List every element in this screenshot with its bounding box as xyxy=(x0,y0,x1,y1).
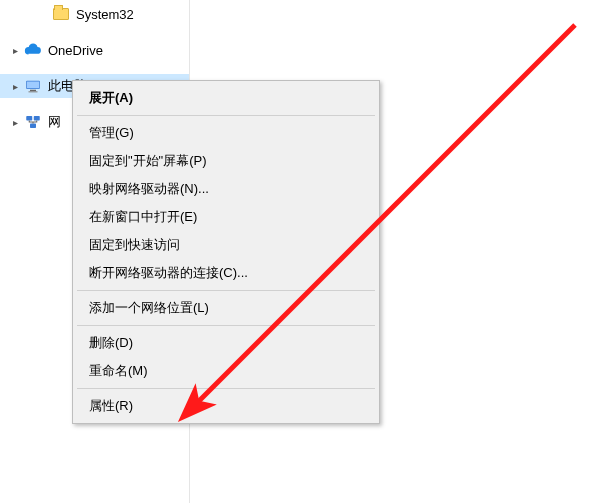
chevron-right-icon[interactable]: ▸ xyxy=(8,79,22,93)
menu-item-map-network-drive[interactable]: 映射网络驱动器(N)... xyxy=(75,175,377,203)
svg-rect-2 xyxy=(30,90,36,92)
menu-item-pin-to-start[interactable]: 固定到"开始"屏幕(P) xyxy=(75,147,377,175)
svg-rect-5 xyxy=(34,116,40,121)
menu-separator xyxy=(77,388,375,389)
menu-item-pin-quick-access[interactable]: 固定到快速访问 xyxy=(75,231,377,259)
menu-item-label: 在新窗口中打开(E) xyxy=(89,208,197,226)
menu-item-add-network-location[interactable]: 添加一个网络位置(L) xyxy=(75,294,377,322)
menu-separator xyxy=(77,115,375,116)
menu-separator xyxy=(77,290,375,291)
tree-item-label: 网 xyxy=(48,113,61,131)
tree-item-label: System32 xyxy=(76,7,134,22)
menu-item-label: 管理(G) xyxy=(89,124,134,142)
menu-item-open-new-window[interactable]: 在新窗口中打开(E) xyxy=(75,203,377,231)
menu-item-disconnect-network-drive[interactable]: 断开网络驱动器的连接(C)... xyxy=(75,259,377,287)
menu-item-label: 固定到"开始"屏幕(P) xyxy=(89,152,207,170)
context-menu: 展开(A) 管理(G) 固定到"开始"屏幕(P) 映射网络驱动器(N)... 在… xyxy=(72,80,380,424)
menu-item-delete[interactable]: 删除(D) xyxy=(75,329,377,357)
menu-item-label: 固定到快速访问 xyxy=(89,236,180,254)
menu-item-label: 重命名(M) xyxy=(89,362,148,380)
menu-item-label: 属性(R) xyxy=(89,397,133,415)
chevron-right-icon[interactable]: ▸ xyxy=(8,43,22,57)
folder-icon xyxy=(52,5,70,23)
computer-icon xyxy=(24,77,42,95)
menu-separator xyxy=(77,325,375,326)
cloud-icon xyxy=(24,41,42,59)
menu-item-label: 删除(D) xyxy=(89,334,133,352)
svg-rect-6 xyxy=(30,124,36,129)
menu-item-rename[interactable]: 重命名(M) xyxy=(75,357,377,385)
tree-item-system32[interactable]: System32 xyxy=(0,2,189,26)
menu-item-label: 映射网络驱动器(N)... xyxy=(89,180,209,198)
svg-rect-3 xyxy=(29,91,38,92)
svg-rect-1 xyxy=(27,82,39,89)
chevron-right-icon[interactable]: ▸ xyxy=(8,115,22,129)
menu-item-expand[interactable]: 展开(A) xyxy=(75,84,377,112)
menu-item-label: 添加一个网络位置(L) xyxy=(89,299,209,317)
menu-item-manage[interactable]: 管理(G) xyxy=(75,119,377,147)
tree-item-onedrive[interactable]: ▸ OneDrive xyxy=(0,38,189,62)
tree-item-label: OneDrive xyxy=(48,43,103,58)
expander-placeholder xyxy=(36,7,50,21)
network-icon xyxy=(24,113,42,131)
menu-item-properties[interactable]: 属性(R) xyxy=(75,392,377,420)
svg-rect-4 xyxy=(26,116,32,121)
menu-item-label: 展开(A) xyxy=(89,89,133,107)
menu-item-label: 断开网络驱动器的连接(C)... xyxy=(89,264,248,282)
